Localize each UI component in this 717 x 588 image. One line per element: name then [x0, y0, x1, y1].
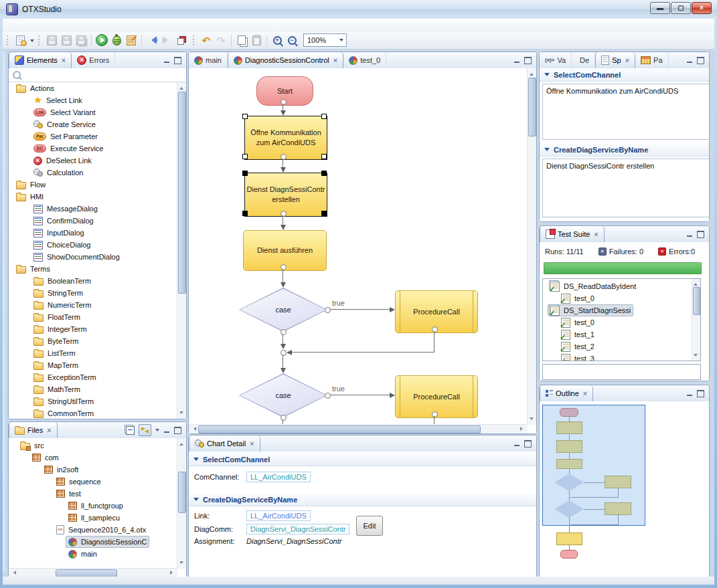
- editor-tab[interactable]: test_0 ×: [343, 52, 386, 68]
- scrollbar-thumb[interactable]: [178, 472, 186, 513]
- selection-handle[interactable]: [242, 154, 248, 159]
- scrollbar-thumb[interactable]: [528, 78, 536, 136]
- tree-item[interactable]: in2soft: [9, 464, 177, 476]
- scroll-up-icon[interactable]: [179, 85, 183, 90]
- tree-item[interactable]: FloatTerm: [9, 311, 177, 323]
- link-with-editor-icon[interactable]: [139, 424, 151, 436]
- section-header[interactable]: SelectComChannel: [189, 453, 536, 466]
- minimize-view-icon[interactable]: [686, 58, 693, 64]
- scroll-down-icon[interactable]: [694, 354, 698, 359]
- view-tab[interactable]: Files ×: [9, 422, 58, 438]
- scroll-right-icon[interactable]: [170, 571, 175, 575]
- scroll-up-icon[interactable]: [179, 441, 183, 446]
- scroll-right-icon[interactable]: [520, 427, 525, 431]
- collapse-triangle-icon[interactable]: [544, 73, 550, 79]
- run-button[interactable]: [94, 33, 109, 47]
- selection-handle[interactable]: [242, 114, 248, 119]
- specification-textarea[interactable]: Dienst DiagnSessiContr erstellen: [542, 159, 710, 217]
- new-wizard-button[interactable]: [13, 33, 27, 47]
- tree-item[interactable]: NumericTerm: [9, 299, 177, 311]
- scroll-down-icon[interactable]: [709, 209, 710, 215]
- minimize-view-icon[interactable]: [686, 391, 693, 397]
- tree-item[interactable]: ConfirmDialog: [9, 215, 177, 227]
- tree-item[interactable]: test_0: [543, 292, 692, 304]
- tree-item[interactable]: test_1: [543, 328, 692, 340]
- scroll-left-icon[interactable]: [191, 427, 196, 431]
- tree-item[interactable]: DS_ReadDataByIdent: [543, 280, 692, 292]
- tree-item[interactable]: MessageDialog: [9, 203, 177, 215]
- link-value-link[interactable]: LL_AirCondiUDS: [246, 510, 311, 521]
- redo-button[interactable]: ↷: [214, 33, 228, 47]
- scroll-up-icon[interactable]: [694, 281, 698, 286]
- specification-textarea[interactable]: Öffne Kommunikation zum AirCondiUDS: [542, 84, 710, 140]
- view-tab[interactable]: Pa ×: [635, 52, 668, 68]
- view-tab[interactable]: Test Suite ×: [540, 226, 605, 242]
- tree-item[interactable]: CommonTerm: [9, 407, 177, 419]
- test-tree-scrollbar[interactable]: [692, 279, 700, 361]
- collapse-triangle-icon[interactable]: [544, 148, 550, 154]
- selection-handle[interactable]: [321, 171, 327, 176]
- scroll-down-icon[interactable]: [530, 417, 534, 422]
- scroll-up-icon[interactable]: [530, 71, 534, 76]
- section-header[interactable]: CreateDiagServiceByName: [540, 143, 709, 157]
- maximize-button[interactable]: ▢: [671, 2, 691, 14]
- tree-item[interactable]: test_3: [543, 353, 692, 361]
- view-tab[interactable]: (x)= Va ×: [540, 52, 572, 68]
- tree-item[interactable]: StringUtilTerm: [9, 395, 177, 407]
- sync-button[interactable]: [174, 33, 189, 47]
- tree-item[interactable]: Calculation: [9, 167, 177, 179]
- maximize-view-icon[interactable]: [697, 231, 704, 238]
- tree-item[interactable]: MapTerm: [9, 359, 177, 371]
- tree-item[interactable]: Create Service: [9, 118, 177, 130]
- tree-item[interactable]: ByteTerm: [9, 335, 177, 347]
- section-header[interactable]: CreateDiagServiceByName: [189, 493, 536, 506]
- maximize-view-icon[interactable]: [174, 427, 181, 434]
- scroll-up-icon[interactable]: [709, 161, 710, 167]
- selection-handle[interactable]: [321, 211, 327, 216]
- tree-item[interactable]: Terms: [9, 263, 177, 275]
- scrollbar-thumb[interactable]: [198, 425, 481, 433]
- diagcomm-link[interactable]: DiagnServi_DiagnSessiContr: [246, 524, 349, 534]
- minimize-view-icon[interactable]: [513, 441, 520, 447]
- collapse-all-icon[interactable]: [126, 426, 135, 435]
- view-tab[interactable]: Sp ×: [595, 52, 635, 68]
- collapse-triangle-icon[interactable]: [193, 458, 199, 464]
- minimize-button[interactable]: ▬: [650, 2, 670, 14]
- minimize-view-icon[interactable]: [163, 58, 170, 64]
- save-button[interactable]: [44, 33, 59, 47]
- tree-item[interactable]: Sequence2010_6_4.otx: [9, 524, 177, 536]
- tree-item[interactable]: StringTerm: [9, 287, 177, 299]
- tree-item[interactable]: src: [9, 439, 177, 452]
- flowchart-action-node[interactable]: Dienst DiagnSessiContr erstellen: [244, 173, 327, 217]
- tree-item[interactable]: InputDialog: [9, 227, 177, 239]
- tree-item[interactable]: DS_StartDiagnSessi: [543, 304, 692, 316]
- view-tab[interactable]: Errors ×: [72, 52, 115, 68]
- scroll-left-icon[interactable]: [11, 571, 16, 575]
- close-icon[interactable]: ×: [333, 56, 337, 64]
- minimize-view-icon[interactable]: [163, 427, 170, 433]
- tree-item[interactable]: HMI: [9, 191, 177, 203]
- back-button[interactable]: [145, 33, 159, 47]
- collapse-triangle-icon[interactable]: [193, 498, 199, 504]
- flowchart-canvas[interactable]: Start Öffne Kommunikation zum AirCondiUD…: [189, 68, 528, 425]
- editor-tab[interactable]: main ×: [189, 52, 228, 68]
- tree-item[interactable]: test: [9, 488, 177, 500]
- close-icon[interactable]: ×: [625, 56, 629, 64]
- canvas-h-scrollbar[interactable]: [189, 424, 528, 433]
- flowchart-action-node[interactable]: Öffne Kommunikation zum AirCondiUDS: [244, 116, 327, 160]
- scrollbar-thumb[interactable]: [693, 287, 700, 315]
- menu-item[interactable]: [27, 24, 39, 27]
- new-dropdown-icon[interactable]: [30, 39, 34, 44]
- scrollbar-thumb[interactable]: [178, 92, 186, 294]
- tree-item[interactable]: ChoiceDialog: [9, 239, 177, 251]
- view-menu-icon[interactable]: [155, 429, 159, 433]
- tree-item[interactable]: Lnk Select Variant: [9, 106, 177, 118]
- toolbar-grip[interactable]: [38, 35, 41, 45]
- selection-handle[interactable]: [321, 154, 327, 159]
- flowchart-decision-node[interactable]: case: [239, 288, 327, 332]
- close-icon[interactable]: ×: [250, 439, 254, 448]
- validate-button[interactable]: [124, 33, 139, 47]
- paste-button[interactable]: [249, 33, 264, 47]
- toolbar-grip[interactable]: [193, 35, 195, 45]
- editor-tab[interactable]: DiagnosticSessionControl ×: [228, 52, 343, 68]
